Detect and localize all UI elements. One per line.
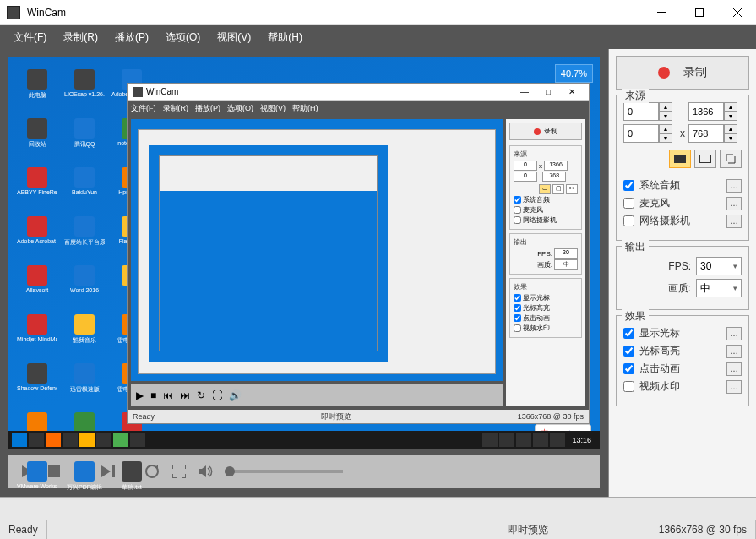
desktop-icon[interactable]: 酷我音乐 <box>68 314 101 348</box>
nested-quality[interactable]: 中 <box>554 259 578 270</box>
desktop-icon[interactable]: 草稿.txt <box>115 461 149 495</box>
highlight-checkbox[interactable] <box>623 346 634 357</box>
nested-mode-fullscreen[interactable]: ▭ <box>539 184 551 194</box>
taskbar-clock[interactable]: 13:16 <box>567 436 596 444</box>
cursor-checkbox[interactable] <box>623 328 634 339</box>
click-config-button[interactable]: … <box>726 362 742 376</box>
nested-menu-record[interactable]: 录制(R) <box>163 103 189 114</box>
source-x-input[interactable]: ▲▼ <box>623 102 677 121</box>
menu-help[interactable]: 帮助(H) <box>259 27 311 48</box>
source-y-input[interactable]: ▲▼ <box>623 124 677 143</box>
desktop-icon[interactable]: LICEcap v1.26.exe <box>68 69 101 103</box>
menu-view[interactable]: 视图(V) <box>209 27 259 48</box>
menu-play[interactable]: 播放(P) <box>106 27 157 48</box>
preview-area[interactable]: 40.7% 此电脑LICEcap v1.26.exeAdobe Photosh.… <box>8 57 600 449</box>
fps-combo[interactable]: 30 <box>696 257 742 275</box>
desktop-icon[interactable]: Shadow Defender <box>20 363 54 397</box>
spin-down-icon[interactable]: ▼ <box>724 112 737 121</box>
nested-src-x[interactable]: 0 <box>514 161 537 171</box>
nested-click-check[interactable] <box>514 314 521 322</box>
desktop-icon[interactable]: Allavsoft <box>20 265 54 299</box>
highlight-config-button[interactable]: … <box>726 345 742 358</box>
system-audio-checkbox[interactable] <box>623 180 634 191</box>
nested-stop-icon[interactable]: ■ <box>150 389 156 401</box>
nested-watermark-check[interactable] <box>514 324 521 332</box>
close-button[interactable] <box>718 0 756 25</box>
nested-fullscreen-icon[interactable]: ⛶ <box>212 389 222 401</box>
nested-mode-region[interactable]: ✂ <box>566 184 578 194</box>
spin-up-icon[interactable]: ▲ <box>659 102 672 112</box>
volume-slider[interactable] <box>225 470 343 473</box>
menu-options[interactable]: 选项(O) <box>157 27 209 48</box>
nested-src-y[interactable]: 0 <box>514 172 537 182</box>
nested-close-button[interactable]: ✕ <box>560 87 584 96</box>
desktop-icon[interactable]: 腾讯QQ <box>68 118 101 152</box>
desktop-icon[interactable]: 百度站长平台原创提交 <box>68 216 101 250</box>
nested-cursor-check[interactable] <box>514 294 521 302</box>
quality-combo[interactable]: 中 <box>696 279 742 297</box>
taskbar-item[interactable] <box>29 433 44 447</box>
desktop-icon[interactable]: Word 2016 <box>68 265 101 299</box>
nested-src-h[interactable]: 768 <box>542 172 566 182</box>
desktop-icon[interactable]: ABBYY FineReader <box>20 167 54 201</box>
tray-item[interactable] <box>499 433 514 447</box>
taskbar-item[interactable] <box>96 433 111 447</box>
desktop-icon[interactable]: 迅雷极速版 <box>68 363 101 397</box>
taskbar-item[interactable] <box>130 433 145 447</box>
fullscreen-button[interactable] <box>171 463 188 480</box>
watermark-checkbox[interactable] <box>623 381 634 392</box>
nested-system-audio-check[interactable] <box>514 196 521 204</box>
nested-loop-icon[interactable]: ↻ <box>197 389 205 401</box>
start-button[interactable] <box>12 433 27 447</box>
spin-up-icon[interactable]: ▲ <box>724 124 737 133</box>
spin-down-icon[interactable]: ▼ <box>659 133 672 143</box>
nested-menu-file[interactable]: 文件(F) <box>131 103 156 114</box>
nested-menu-view[interactable]: 视图(V) <box>260 103 286 114</box>
tray-item[interactable] <box>550 433 565 447</box>
desktop-icon[interactable]: Mindjet MindManag <box>20 314 54 348</box>
desktop-icon[interactable]: 万兴PDF编辑 <box>68 461 101 495</box>
record-button[interactable]: 录制 <box>616 56 749 90</box>
menu-record[interactable]: 录制(R) <box>55 27 106 48</box>
spin-down-icon[interactable]: ▼ <box>659 112 672 121</box>
volume-button[interactable] <box>198 463 215 480</box>
tray-item[interactable] <box>533 433 548 447</box>
maximize-button[interactable] <box>680 0 718 25</box>
nested-menu-options[interactable]: 选项(O) <box>227 103 253 114</box>
desktop-icon[interactable]: Adobe Acrobat DC <box>20 216 54 250</box>
desktop-icon[interactable]: 回收站 <box>20 118 54 152</box>
desktop-icon[interactable]: 此电脑 <box>20 69 54 103</box>
mode-region-button[interactable] <box>720 150 742 168</box>
taskbar-item[interactable] <box>63 433 78 447</box>
mic-checkbox[interactable] <box>623 198 634 209</box>
taskbar-item[interactable] <box>79 433 95 447</box>
taskbar-item[interactable] <box>46 433 61 447</box>
webcam-config-button[interactable]: … <box>726 215 742 228</box>
taskbar-item[interactable] <box>113 433 128 447</box>
source-height-input[interactable]: ▲▼ <box>688 124 742 143</box>
source-width-input[interactable]: ▲▼ <box>688 102 742 121</box>
nested-maximize-button[interactable]: □ <box>536 87 560 96</box>
mode-window-button[interactable] <box>694 150 716 168</box>
nested-menu-help[interactable]: 帮助(H) <box>292 103 318 114</box>
watermark-config-button[interactable]: … <box>726 380 742 394</box>
spin-up-icon[interactable]: ▲ <box>659 124 672 133</box>
webcam-checkbox[interactable] <box>623 215 634 226</box>
system-audio-config-button[interactable]: … <box>726 179 742 193</box>
nested-highlight-check[interactable] <box>514 304 521 312</box>
nested-minimize-button[interactable]: — <box>513 87 536 96</box>
tray-item[interactable] <box>482 433 498 447</box>
spin-up-icon[interactable]: ▲ <box>724 102 737 112</box>
nested-menu-play[interactable]: 播放(P) <box>195 103 220 114</box>
minimize-button[interactable] <box>642 0 680 25</box>
nested-volume-icon[interactable]: 🔊 <box>229 389 242 401</box>
mic-config-button[interactable]: … <box>726 197 742 210</box>
nested-play-icon[interactable]: ▶ <box>136 389 144 401</box>
nested-webcam-check[interactable] <box>514 216 521 224</box>
nested-next-frame-icon[interactable]: ⏭ <box>180 389 190 401</box>
spin-down-icon[interactable]: ▼ <box>724 133 737 143</box>
nested-record-button[interactable]: 录制 <box>509 122 582 140</box>
desktop-icon[interactable]: VMware Workstati... <box>20 461 54 495</box>
nested-mic-check[interactable] <box>514 206 521 214</box>
cursor-config-button[interactable]: … <box>726 327 742 340</box>
